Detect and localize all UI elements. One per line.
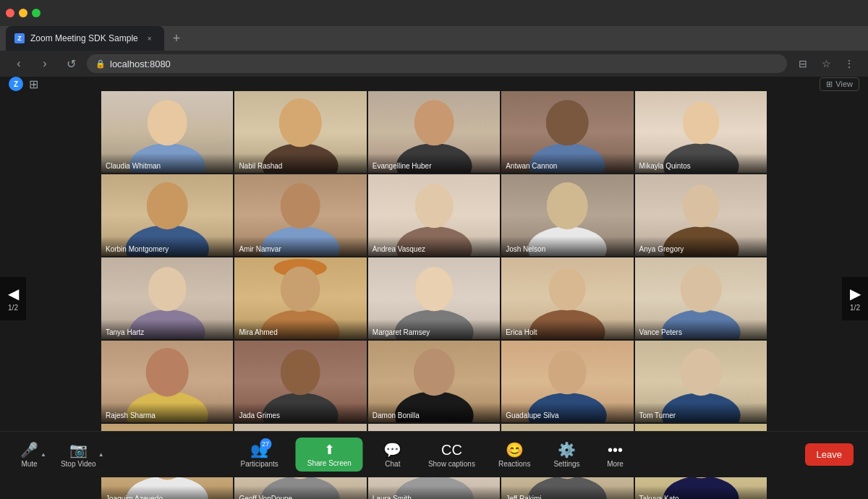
active-tab[interactable]: Z Zoom Meeting SDK Sample × (6, 26, 164, 51)
view-grid-icon: ⊞ (826, 80, 833, 89)
video-cell-17[interactable]: Jada Grimes (234, 341, 366, 422)
previous-page-button[interactable]: ◀ 1/2 (0, 277, 26, 320)
participant-name-23: Laura Smith (368, 486, 500, 499)
settings-icon: ⚙️ (558, 441, 576, 459)
nav-bar: ‹ › ↺ 🔒 localhost:8080 ⊟ ☆ ⋮ (0, 51, 868, 77)
video-cell-2[interactable]: Nabil Rashad (234, 91, 366, 173)
more-icon: ••• (608, 442, 623, 459)
svg-point-42 (549, 268, 585, 311)
menu-icon[interactable]: ⋮ (839, 54, 859, 74)
video-cell-12[interactable]: Mira Ahmed (234, 257, 366, 339)
chat-label: Chat (385, 460, 400, 468)
video-icon: 📷 (69, 441, 88, 459)
page-indicator-right: 1/2 (850, 304, 860, 312)
mute-button[interactable]: 🎤 Mute ▲ (14, 438, 52, 471)
video-cell-8[interactable]: Andrea Vasquez (368, 174, 500, 256)
participant-name-20: Tom Turner (635, 403, 767, 422)
svg-point-2 (148, 100, 187, 145)
maximize-window-button[interactable] (32, 9, 41, 17)
svg-point-51 (281, 349, 320, 395)
page-indicator-left: 1/2 (8, 304, 18, 312)
address-bar[interactable]: 🔒 localhost:8080 (87, 54, 787, 73)
reactions-button[interactable]: 😊 Reactions (493, 438, 536, 471)
view-button[interactable]: ⊞ View (820, 77, 859, 91)
share-icon: ⬆ (324, 442, 335, 458)
video-cell-13[interactable]: Margaret Ramsey (368, 257, 500, 339)
video-cell-7[interactable]: Amir Namvar (234, 174, 366, 256)
more-label: More (607, 460, 624, 468)
meeting-toolbar: 🎤 Mute ▲ 📷 Stop Video ▲ 👥 27 Participant… (0, 431, 868, 477)
participant-name-6: Korbin Montgomery (101, 236, 233, 256)
video-cell-9[interactable]: Josh Nelson (501, 174, 633, 256)
svg-point-17 (147, 182, 188, 229)
participants-label: Participants (240, 460, 278, 468)
left-arrow-icon: ◀ (8, 285, 19, 302)
bookmark-icon[interactable]: ⊟ (793, 54, 813, 74)
title-bar (0, 0, 868, 26)
video-cell-16[interactable]: Rajesh Sharma (101, 341, 233, 422)
toolbar-center: 👥 27 Participants ⬆ Share Screen 💬 Chat … (234, 438, 633, 472)
header-left: Z ⊞ (9, 77, 38, 91)
svg-point-39 (415, 267, 453, 311)
participant-name-12: Mira Ahmed (234, 320, 366, 339)
participant-name-7: Amir Namvar (234, 236, 366, 256)
mic-icon: 🎤 (20, 441, 38, 459)
reactions-label: Reactions (498, 460, 530, 468)
video-cell-18[interactable]: Damon Bonilla (368, 341, 500, 422)
svg-point-57 (548, 350, 586, 394)
back-button[interactable]: ‹ (9, 54, 29, 74)
profile-icon[interactable]: ☆ (816, 54, 836, 74)
chat-button[interactable]: 💬 Chat (375, 438, 411, 471)
participant-name-17: Jada Grimes (234, 403, 366, 422)
participants-button[interactable]: 👥 27 Participants (234, 438, 284, 471)
participant-name-14: Erica Holt (501, 320, 633, 339)
meeting-header: Z ⊞ ⊞ View (0, 77, 868, 91)
grid-view-icon[interactable]: ⊞ (29, 77, 38, 91)
reactions-icon: 😊 (506, 441, 524, 459)
video-cell-14[interactable]: Erica Holt (501, 257, 633, 339)
mic-caret[interactable]: ▲ (41, 451, 46, 458)
video-cell-1[interactable]: Claudia Whitman (101, 91, 233, 173)
video-cell-3[interactable]: Evangelline Huber (368, 91, 500, 173)
video-caret[interactable]: ▲ (98, 451, 104, 458)
stop-video-button[interactable]: 📷 Stop Video ▲ (55, 438, 110, 471)
svg-point-32 (148, 267, 186, 311)
video-cell-4[interactable]: Antwan Cannon (501, 91, 633, 173)
tab-favicon: Z (14, 33, 25, 43)
secure-icon: 🔒 (95, 59, 106, 69)
participant-name-15: Vance Peters (635, 320, 767, 339)
participant-name-4: Antwan Cannon (501, 153, 633, 173)
video-cell-15[interactable]: Vance Peters (635, 257, 767, 339)
refresh-button[interactable]: ↺ (61, 54, 81, 74)
zoom-logo: Z (9, 77, 23, 91)
browser-chrome: Z Zoom Meeting SDK Sample × + ‹ › ↺ 🔒 lo… (0, 0, 868, 77)
participant-name-24: Jeff Rakimi (501, 486, 633, 499)
video-cell-10[interactable]: Anya Gregory (635, 174, 767, 256)
leave-button[interactable]: Leave (805, 443, 854, 466)
video-cell-20[interactable]: Tom Turner (635, 341, 767, 422)
forward-button[interactable]: › (35, 54, 55, 74)
tab-close-button[interactable]: × (144, 33, 156, 44)
new-tab-button[interactable]: + (167, 31, 187, 46)
svg-point-20 (281, 183, 320, 229)
toolbar-left: 🎤 Mute ▲ 📷 Stop Video ▲ (14, 438, 110, 471)
video-cell-5[interactable]: Mikayla Quintos (635, 91, 767, 173)
participant-name-1: Claudia Whitman (101, 153, 233, 173)
video-cell-11[interactable]: Tanya Hartz (101, 257, 233, 339)
participant-name-13: Margaret Ramsey (368, 320, 500, 339)
more-button[interactable]: ••• More (597, 439, 634, 471)
participant-name-21: Joaquim Azevedo (101, 486, 233, 499)
captions-button[interactable]: CC Show captions (422, 439, 481, 471)
minimize-window-button[interactable] (19, 9, 27, 17)
svg-point-48 (146, 348, 189, 396)
svg-point-36 (281, 266, 320, 312)
share-screen-button[interactable]: ⬆ Share Screen (296, 438, 363, 472)
svg-point-45 (680, 265, 721, 312)
svg-point-29 (683, 184, 719, 227)
mute-label: Mute (21, 460, 37, 468)
settings-button[interactable]: ⚙️ Settings (548, 438, 585, 471)
next-page-button[interactable]: ▶ 1/2 (842, 277, 868, 320)
close-window-button[interactable] (6, 9, 14, 17)
video-cell-19[interactable]: Guadalupe Silva (501, 341, 633, 422)
video-cell-6[interactable]: Korbin Montgomery (101, 174, 233, 256)
